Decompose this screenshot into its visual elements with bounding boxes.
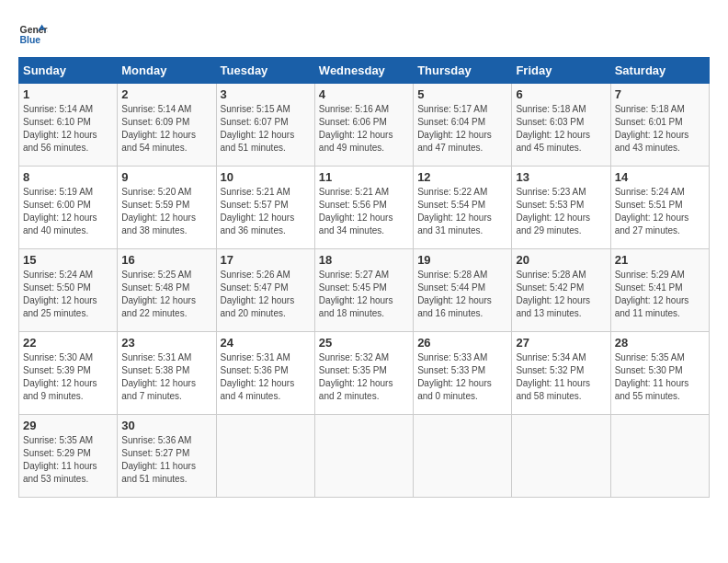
weekday-header: Thursday: [414, 58, 512, 84]
calendar-cell: 11Sunrise: 5:21 AM Sunset: 5:56 PM Dayli…: [314, 167, 413, 249]
calendar-cell: 14Sunrise: 5:24 AM Sunset: 5:51 PM Dayli…: [610, 167, 709, 249]
day-detail: Sunrise: 5:15 AM Sunset: 6:07 PM Dayligh…: [221, 103, 311, 155]
weekday-header: Sunday: [19, 58, 118, 84]
logo-icon: General Blue: [18, 18, 48, 48]
calendar-cell: 4Sunrise: 5:16 AM Sunset: 6:06 PM Daylig…: [314, 84, 413, 167]
logo: General Blue: [18, 18, 48, 48]
day-number: 6: [516, 87, 606, 101]
calendar-cell: 25Sunrise: 5:32 AM Sunset: 5:35 PM Dayli…: [314, 332, 413, 415]
day-number: 13: [516, 170, 606, 184]
calendar-cell: 23Sunrise: 5:31 AM Sunset: 5:38 PM Dayli…: [118, 332, 216, 415]
calendar-cell: 1Sunrise: 5:14 AM Sunset: 6:10 PM Daylig…: [19, 84, 118, 167]
calendar-cell: [414, 415, 512, 498]
calendar-cell: [314, 415, 413, 498]
day-detail: Sunrise: 5:27 AM Sunset: 5:45 PM Dayligh…: [319, 269, 409, 320]
calendar-cell: 6Sunrise: 5:18 AM Sunset: 6:03 PM Daylig…: [512, 84, 610, 167]
calendar-cell: 19Sunrise: 5:28 AM Sunset: 5:44 PM Dayli…: [414, 249, 512, 332]
day-number: 11: [319, 170, 409, 184]
calendar-cell: 5Sunrise: 5:17 AM Sunset: 6:04 PM Daylig…: [414, 84, 512, 167]
day-number: 26: [417, 336, 507, 350]
day-detail: Sunrise: 5:34 AM Sunset: 5:32 PM Dayligh…: [516, 351, 606, 403]
day-number: 8: [23, 170, 113, 184]
calendar-cell: 30Sunrise: 5:36 AM Sunset: 5:27 PM Dayli…: [118, 415, 216, 498]
weekday-header: Saturday: [610, 58, 709, 84]
day-number: 5: [417, 87, 507, 101]
svg-text:Blue: Blue: [20, 35, 41, 45]
day-number: 10: [221, 170, 311, 184]
day-number: 25: [319, 336, 409, 350]
weekday-header: Tuesday: [216, 58, 314, 84]
day-number: 2: [121, 87, 211, 101]
day-number: 7: [615, 87, 705, 101]
header: General Blue: [18, 18, 710, 48]
day-number: 16: [121, 253, 211, 267]
day-detail: Sunrise: 5:25 AM Sunset: 5:48 PM Dayligh…: [121, 269, 211, 320]
day-number: 1: [23, 87, 113, 101]
day-number: 29: [23, 419, 113, 432]
calendar-cell: 15Sunrise: 5:24 AM Sunset: 5:50 PM Dayli…: [19, 249, 118, 332]
day-detail: Sunrise: 5:18 AM Sunset: 6:03 PM Dayligh…: [516, 103, 606, 155]
calendar-table: SundayMondayTuesdayWednesdayThursdayFrid…: [18, 57, 710, 498]
day-number: 12: [417, 170, 507, 184]
calendar-cell: 13Sunrise: 5:23 AM Sunset: 5:53 PM Dayli…: [512, 167, 610, 249]
day-detail: Sunrise: 5:32 AM Sunset: 5:35 PM Dayligh…: [319, 351, 409, 403]
calendar-cell: [610, 415, 709, 498]
day-number: 15: [23, 253, 113, 267]
calendar-cell: 18Sunrise: 5:27 AM Sunset: 5:45 PM Dayli…: [314, 249, 413, 332]
day-detail: Sunrise: 5:31 AM Sunset: 5:38 PM Dayligh…: [121, 351, 211, 403]
day-detail: Sunrise: 5:29 AM Sunset: 5:41 PM Dayligh…: [615, 269, 705, 320]
day-detail: Sunrise: 5:35 AM Sunset: 5:30 PM Dayligh…: [615, 351, 705, 403]
day-detail: Sunrise: 5:17 AM Sunset: 6:04 PM Dayligh…: [417, 103, 507, 155]
day-number: 22: [23, 336, 113, 350]
day-detail: Sunrise: 5:28 AM Sunset: 5:44 PM Dayligh…: [417, 269, 507, 320]
weekday-header: Friday: [512, 58, 610, 84]
day-number: 4: [319, 87, 409, 101]
calendar-cell: 29Sunrise: 5:35 AM Sunset: 5:29 PM Dayli…: [19, 415, 118, 498]
day-detail: Sunrise: 5:19 AM Sunset: 6:00 PM Dayligh…: [23, 186, 113, 237]
calendar-cell: 10Sunrise: 5:21 AM Sunset: 5:57 PM Dayli…: [216, 167, 314, 249]
calendar-cell: 27Sunrise: 5:34 AM Sunset: 5:32 PM Dayli…: [512, 332, 610, 415]
day-number: 28: [615, 336, 705, 350]
day-detail: Sunrise: 5:33 AM Sunset: 5:33 PM Dayligh…: [417, 351, 507, 403]
calendar-cell: 16Sunrise: 5:25 AM Sunset: 5:48 PM Dayli…: [118, 249, 216, 332]
calendar-cell: 3Sunrise: 5:15 AM Sunset: 6:07 PM Daylig…: [216, 84, 314, 167]
day-detail: Sunrise: 5:14 AM Sunset: 6:10 PM Dayligh…: [23, 103, 113, 155]
calendar-week-row: 29Sunrise: 5:35 AM Sunset: 5:29 PM Dayli…: [19, 415, 710, 498]
day-number: 27: [516, 336, 606, 350]
calendar-week-row: 22Sunrise: 5:30 AM Sunset: 5:39 PM Dayli…: [19, 332, 710, 415]
day-number: 19: [417, 253, 507, 267]
day-detail: Sunrise: 5:23 AM Sunset: 5:53 PM Dayligh…: [516, 186, 606, 237]
day-detail: Sunrise: 5:21 AM Sunset: 5:56 PM Dayligh…: [319, 186, 409, 237]
day-number: 20: [516, 253, 606, 267]
day-detail: Sunrise: 5:21 AM Sunset: 5:57 PM Dayligh…: [221, 186, 311, 237]
day-number: 9: [121, 170, 211, 184]
calendar-header: SundayMondayTuesdayWednesdayThursdayFrid…: [19, 58, 710, 84]
day-detail: Sunrise: 5:24 AM Sunset: 5:51 PM Dayligh…: [615, 186, 705, 237]
day-detail: Sunrise: 5:14 AM Sunset: 6:09 PM Dayligh…: [121, 103, 211, 155]
day-number: 17: [221, 253, 311, 267]
day-detail: Sunrise: 5:30 AM Sunset: 5:39 PM Dayligh…: [23, 351, 113, 403]
day-detail: Sunrise: 5:20 AM Sunset: 5:59 PM Dayligh…: [121, 186, 211, 237]
calendar-cell: 7Sunrise: 5:18 AM Sunset: 6:01 PM Daylig…: [610, 84, 709, 167]
day-number: 21: [615, 253, 705, 267]
calendar-cell: 26Sunrise: 5:33 AM Sunset: 5:33 PM Dayli…: [414, 332, 512, 415]
day-detail: Sunrise: 5:35 AM Sunset: 5:29 PM Dayligh…: [23, 434, 113, 486]
day-number: 18: [319, 253, 409, 267]
day-detail: Sunrise: 5:22 AM Sunset: 5:54 PM Dayligh…: [417, 186, 507, 237]
weekday-header: Monday: [118, 58, 216, 84]
day-number: 14: [615, 170, 705, 184]
day-number: 24: [221, 336, 311, 350]
calendar-cell: [216, 415, 314, 498]
calendar-cell: 9Sunrise: 5:20 AM Sunset: 5:59 PM Daylig…: [118, 167, 216, 249]
day-detail: Sunrise: 5:16 AM Sunset: 6:06 PM Dayligh…: [319, 103, 409, 155]
calendar-cell: 21Sunrise: 5:29 AM Sunset: 5:41 PM Dayli…: [610, 249, 709, 332]
day-number: 30: [121, 419, 211, 432]
day-detail: Sunrise: 5:26 AM Sunset: 5:47 PM Dayligh…: [221, 269, 311, 320]
day-detail: Sunrise: 5:28 AM Sunset: 5:42 PM Dayligh…: [516, 269, 606, 320]
day-detail: Sunrise: 5:18 AM Sunset: 6:01 PM Dayligh…: [615, 103, 705, 155]
calendar-week-row: 15Sunrise: 5:24 AM Sunset: 5:50 PM Dayli…: [19, 249, 710, 332]
calendar-cell: 22Sunrise: 5:30 AM Sunset: 5:39 PM Dayli…: [19, 332, 118, 415]
calendar-cell: 8Sunrise: 5:19 AM Sunset: 6:00 PM Daylig…: [19, 167, 118, 249]
calendar-cell: 28Sunrise: 5:35 AM Sunset: 5:30 PM Dayli…: [610, 332, 709, 415]
calendar-week-row: 1Sunrise: 5:14 AM Sunset: 6:10 PM Daylig…: [19, 84, 710, 167]
